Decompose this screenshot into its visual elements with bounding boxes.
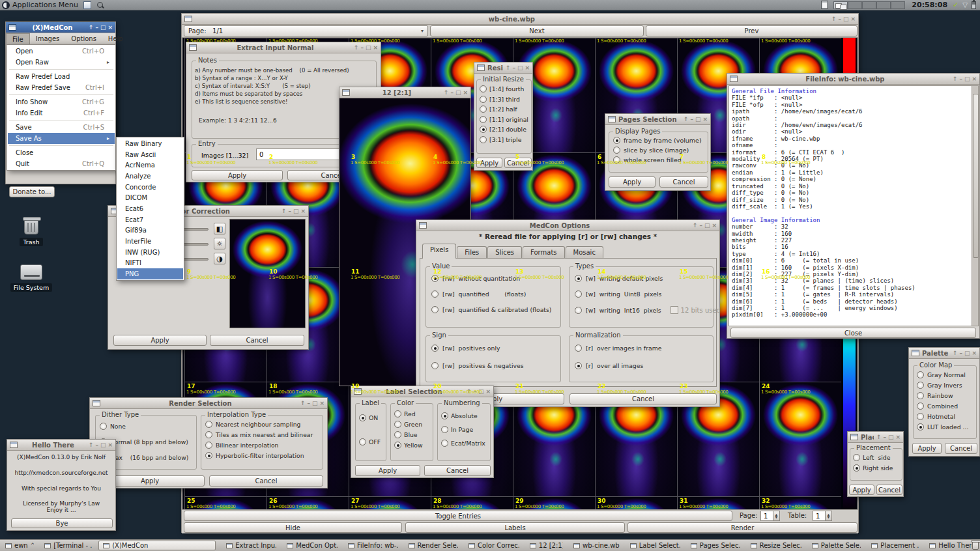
frame12-titlebar[interactable]: 12 [2:1] ↑–□× [339, 87, 470, 98]
file-menu-item[interactable]: Open Ctrl+O [8, 46, 115, 57]
maximize-icon[interactable]: □ [843, 16, 849, 22]
file-menu-item[interactable]: Save As ▸ [8, 133, 115, 144]
saveas-menu-item[interactable]: PNG [117, 268, 183, 279]
frame-cell[interactable]: 29 1 S=00s000 T=00s000 [513, 496, 595, 509]
maximize-icon[interactable]: □ [366, 44, 371, 51]
radio-icon[interactable] [575, 290, 582, 298]
resize-option[interactable]: [3:1] triple [480, 136, 531, 143]
shade-icon[interactable]: ↑ [506, 64, 511, 71]
types-option[interactable]: [w] writing Uint8 pixels [575, 290, 713, 298]
labels-button[interactable]: Labels [405, 522, 625, 533]
minimize-icon[interactable]: – [959, 76, 962, 82]
resize-option[interactable]: [1:1] original [480, 116, 531, 123]
resize-option[interactable]: [1:2] half [480, 106, 531, 113]
shade-icon[interactable]: ↑ [89, 24, 94, 31]
color-option[interactable]: Blue [394, 431, 433, 438]
desktop-icon-trash[interactable]: Trash [5, 219, 57, 247]
taskbar-item[interactable]: FileInfo: wb-... [344, 541, 398, 550]
maximize-icon[interactable]: □ [100, 24, 106, 31]
minimize-icon[interactable]: – [450, 89, 454, 96]
taskbar-item[interactable]: Color Correc... [465, 541, 519, 550]
interpolation-option[interactable]: Tiles as mix nearest and bilinear [205, 431, 323, 438]
palette-cancel-button[interactable]: Cancel [945, 443, 977, 454]
palette-option[interactable]: Hotmetal [917, 413, 976, 420]
radio-icon[interactable] [394, 442, 401, 449]
options-titlebar[interactable]: MedCon Options ↑–□× [416, 220, 719, 231]
radio-icon[interactable] [917, 371, 924, 378]
palette-apply-button[interactable]: Apply [912, 443, 942, 454]
sign-option[interactable]: [rw] positives only [431, 345, 560, 352]
close-icon[interactable]: × [319, 400, 324, 406]
minimize-icon[interactable]: – [959, 350, 962, 356]
radio-icon[interactable] [431, 290, 439, 298]
rendersel-cancel-button[interactable]: Cancel [209, 475, 323, 487]
sign-option[interactable]: [rw] positives & negatives [431, 362, 560, 369]
taskbar-item[interactable]: Palette Sele... [808, 541, 861, 550]
radio-icon[interactable] [205, 452, 212, 459]
search-icon[interactable] [96, 1, 104, 9]
minimize-icon[interactable]: – [699, 222, 702, 229]
radio-icon[interactable] [480, 85, 487, 92]
invert-icon[interactable]: ◧ [214, 223, 225, 234]
close-icon[interactable]: × [972, 350, 977, 356]
close-icon[interactable]: × [712, 222, 717, 229]
saveas-menu-item[interactable]: INW (RUG) [117, 247, 183, 258]
applications-menu-button[interactable]: Applications Menu [12, 1, 78, 9]
fileinfo-close-button[interactable]: Close [730, 328, 976, 338]
shade-icon[interactable]: ↑ [831, 16, 837, 22]
taskbar-item[interactable]: Placement ... [867, 541, 919, 550]
numbering-option[interactable]: Ecat/Matrix [441, 440, 490, 447]
placement-apply-button[interactable]: Apply [849, 485, 874, 495]
labelsel-cancel-button[interactable]: Cancel [424, 465, 491, 476]
maximize-icon[interactable]: □ [888, 434, 894, 440]
extract-apply-button[interactable]: Apply [192, 170, 283, 180]
clipboard-icon[interactable] [821, 1, 828, 9]
spinner-arrows-icon[interactable]: ▲▼ [773, 511, 779, 520]
radio-icon[interactable] [480, 136, 487, 143]
frame-cell[interactable]: 27 1 S=00s000 T=00s000 [349, 496, 431, 509]
hide-button[interactable]: Hide [184, 522, 402, 533]
file-menu-item[interactable]: Info Edit Ctrl+F [8, 107, 115, 119]
fileinfo-titlebar[interactable]: FileInfo: wb-cine.wbp ↑–□× [727, 74, 979, 85]
taskbar-item[interactable]: Hello There [925, 541, 972, 550]
saveas-menu-item[interactable]: Raw Binary [117, 138, 183, 149]
resize-option[interactable]: [1:4] fourth [480, 85, 531, 92]
file-menu-item[interactable]: Close [8, 147, 115, 158]
radio-icon[interactable] [613, 137, 620, 144]
radio-icon[interactable] [441, 412, 448, 419]
radio-icon[interactable] [480, 126, 487, 133]
radio-icon[interactable] [917, 392, 924, 399]
spinner-arrows-icon[interactable]: ▲▼ [825, 511, 831, 520]
taskbar-item[interactable]: (X)MedCon [98, 541, 216, 550]
pages-apply-button[interactable]: Apply [609, 177, 656, 188]
placement-titlebar[interactable]: Placement ↑–□× [848, 432, 903, 443]
saveas-menu-item[interactable]: NIFTI [117, 258, 183, 269]
taskbar-item[interactable]: [Terminal - ... [40, 541, 92, 550]
radio-icon[interactable] [575, 362, 582, 369]
frame-cell[interactable]: 24 1 S=00s000 T=00s000 [759, 382, 841, 496]
shade-icon[interactable]: ↑ [953, 350, 958, 356]
radio-icon[interactable] [441, 440, 448, 447]
workspace-5[interactable] [891, 1, 905, 9]
close-icon[interactable]: × [108, 24, 113, 31]
minimize-icon[interactable]: – [360, 44, 364, 51]
next-button[interactable]: Next [430, 25, 644, 36]
toggle-entries-button[interactable]: Toggle Entries [184, 511, 732, 521]
file-manager-icon[interactable] [83, 1, 91, 9]
file-menu-item[interactable]: Save Ctrl+S [8, 122, 115, 133]
updates-check-icon[interactable]: ✓ [953, 1, 958, 9]
frame-cell[interactable]: 26 1 S=00s000 T=00s000 [267, 496, 349, 509]
file-menu-item[interactable]: Quit Ctrl+Q [8, 158, 115, 169]
maximize-icon[interactable]: □ [517, 64, 523, 71]
shade-icon[interactable]: ↑ [444, 89, 449, 96]
radio-icon[interactable] [205, 431, 212, 438]
pages-option[interactable]: frame by frame (volume) [613, 137, 708, 144]
taskbar-item[interactable]: Resize Selec... [747, 541, 801, 550]
taskbar-trash-icon[interactable] [972, 541, 979, 550]
radio-icon[interactable] [394, 421, 401, 428]
frame-cell[interactable]: 28 1 S=00s000 T=00s000 [431, 496, 513, 509]
saveas-menu-item[interactable]: Gif89a [117, 225, 183, 236]
maximize-icon[interactable]: □ [695, 116, 701, 122]
palette-titlebar[interactable]: Palette Selection ↑–□× [909, 348, 979, 359]
taskbar-item[interactable]: Extract Inpu... [222, 541, 276, 550]
